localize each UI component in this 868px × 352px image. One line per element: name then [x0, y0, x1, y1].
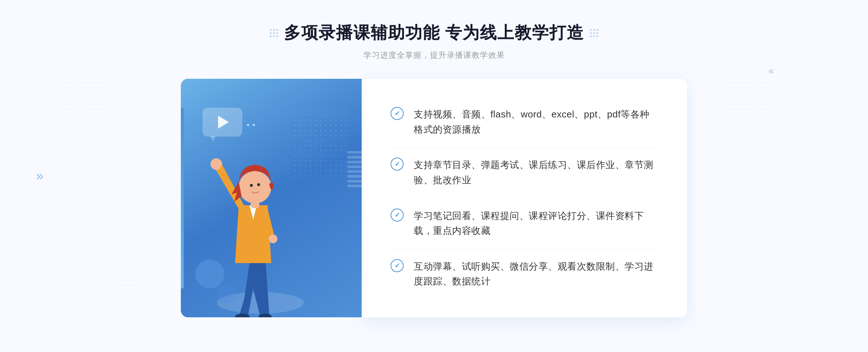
- stripes-decoration: [347, 151, 362, 187]
- check-icon-4: ✓: [391, 259, 404, 272]
- check-mark-4: ✓: [395, 262, 400, 269]
- svg-point-6: [257, 183, 260, 186]
- svg-point-3: [210, 158, 222, 170]
- page-container: » « 多项录播课辅助功能 专为线上教学打造: [0, 0, 868, 352]
- bg-dots-right: [723, 72, 767, 116]
- feature-item-3: ✓ 学习笔记回看、课程提问、课程评论打分、课件资料下载，重点内容收藏: [391, 198, 658, 249]
- page-title: 多项录播课辅助功能 专为线上教学打造: [270, 22, 599, 44]
- main-content: ✦ ✦: [181, 79, 687, 317]
- check-icon-1: ✓: [391, 107, 404, 120]
- svg-point-8: [269, 235, 277, 243]
- check-icon-3: ✓: [391, 209, 404, 222]
- bg-dots-bottom-left: [101, 265, 137, 301]
- feature-text-2: 支持章节目录、弹题考试、课后练习、课后作业、章节测验、批改作业: [414, 158, 658, 188]
- check-mark-1: ✓: [395, 110, 400, 117]
- svg-rect-7: [251, 201, 259, 208]
- title-dots-right: [590, 29, 598, 37]
- feature-text-3: 学习笔记回看、课程提问、课程评论打分、课件资料下载，重点内容收藏: [414, 209, 658, 239]
- feature-item-4: ✓ 互动弹幕、试听购买、微信分享、观看次数限制、学习进度跟踪、数据统计: [391, 249, 658, 299]
- check-icon-2: ✓: [391, 158, 404, 171]
- content-panel: ✓ 支持视频、音频、flash、word、excel、ppt、pdf等各种格式的…: [362, 79, 687, 317]
- svg-point-4: [239, 171, 271, 203]
- circle-decoration-2: [217, 285, 235, 303]
- illustration-panel: ✦ ✦: [181, 79, 362, 317]
- svg-point-5: [250, 184, 253, 187]
- bg-dots-left: [65, 72, 109, 116]
- arrow-right-decoration: «: [768, 65, 774, 77]
- check-mark-3: ✓: [395, 212, 400, 218]
- check-mark-2: ✓: [395, 161, 400, 167]
- arrow-left-decoration: »: [36, 168, 43, 184]
- blue-card: ✦ ✦: [181, 79, 362, 317]
- title-dots-left: [270, 29, 278, 37]
- feature-item-2: ✓ 支持章节目录、弹题考试、课后练习、课后作业、章节测验、批改作业: [391, 147, 658, 198]
- feature-item-1: ✓ 支持视频、音频、flash、word、excel、ppt、pdf等各种格式的…: [391, 97, 658, 147]
- feature-text-1: 支持视频、音频、flash、word、excel、ppt、pdf等各种格式的资源…: [414, 107, 658, 137]
- feature-text-4: 互动弹幕、试听购买、微信分享、观看次数限制、学习进度跟踪、数据统计: [414, 259, 658, 289]
- header-section: 多项录播课辅助功能 专为线上教学打造 学习进度全掌握，提升录播课教学效果: [270, 0, 599, 61]
- header-subtitle: 学习进度全掌握，提升录播课教学效果: [270, 50, 599, 61]
- accent-bar: [181, 108, 184, 288]
- circle-decoration-1: [195, 259, 224, 288]
